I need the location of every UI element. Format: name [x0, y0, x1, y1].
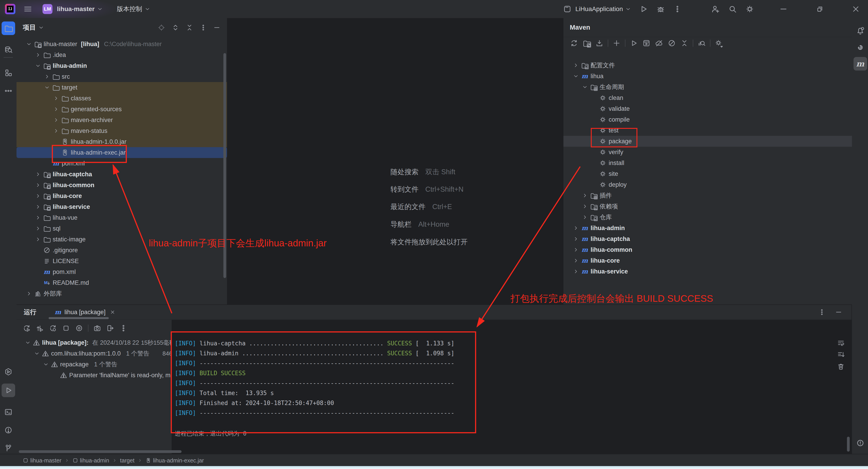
run-configuration-selector[interactable]: LiHuaApplication: [563, 4, 631, 13]
collapse-x-icon[interactable]: [680, 39, 689, 48]
tree-item-package[interactable]: package: [563, 136, 852, 147]
expand-all-icon[interactable]: [172, 24, 180, 32]
run-tree-item[interactable]: lihua [package]: 在 2024/10/18 2215秒155毫秒: [17, 337, 180, 348]
chev-d-icon[interactable]: [44, 85, 50, 90]
tree-item-site[interactable]: site: [563, 168, 852, 179]
run-button[interactable]: [639, 4, 648, 14]
close-tab-icon[interactable]: [110, 309, 116, 315]
chev-r-icon[interactable]: [582, 214, 588, 220]
chev-d-icon[interactable]: [35, 63, 41, 69]
chev-d-icon[interactable]: [25, 340, 31, 346]
soft-wrap-icon[interactable]: [837, 339, 845, 347]
collapse-all-icon[interactable]: [185, 24, 193, 32]
stripe-find-stack[interactable]: [2, 43, 15, 57]
chev-r-icon[interactable]: [35, 204, 41, 210]
tree-item-maven-archiver[interactable]: maven-archiver: [17, 115, 227, 125]
tree-item--[interactable]: 插件: [563, 190, 852, 201]
hide-panel-icon[interactable]: [213, 24, 221, 31]
stripe-notifications[interactable]: [854, 24, 867, 38]
tree-item--[interactable]: 生命周期: [563, 82, 852, 92]
tree-item-.idea[interactable]: .idea: [17, 50, 227, 60]
console-vertical-scrollbar[interactable]: [847, 437, 850, 451]
chev-r-icon[interactable]: [53, 128, 59, 134]
refresh-icon[interactable]: [570, 39, 578, 48]
tree-item-test[interactable]: test: [563, 125, 852, 136]
run-horizontal-scrollbar[interactable]: [19, 450, 182, 453]
chev-r-icon[interactable]: [53, 95, 59, 101]
chevron-down-icon[interactable]: [38, 25, 44, 31]
plus-icon[interactable]: [612, 39, 621, 48]
chev-r-icon[interactable]: [573, 225, 579, 231]
resume-dim-icon[interactable]: [49, 324, 57, 333]
cloud-off-icon[interactable]: [655, 39, 663, 48]
minimize-window-icon[interactable]: [779, 4, 788, 13]
tree-item-lihua-service[interactable]: mlihua-service: [563, 266, 852, 277]
tree-item-lihua-common[interactable]: mlihua-common: [563, 244, 852, 255]
run-green-icon[interactable]: [629, 39, 638, 48]
run-console[interactable]: [INFO] lihua-captcha ...................…: [172, 320, 851, 454]
chev-r-icon[interactable]: [582, 193, 588, 198]
stripe-services[interactable]: [2, 365, 15, 379]
chev-r-icon[interactable]: [573, 62, 579, 68]
chev-r-icon[interactable]: [53, 117, 59, 123]
stripe-run-play[interactable]: [2, 383, 15, 397]
stripe-update-widget[interactable]: [854, 436, 867, 450]
tree-item--[interactable]: 配置文件: [563, 60, 852, 71]
tree-item-compile[interactable]: compile: [563, 114, 852, 125]
chev-r-icon[interactable]: [35, 226, 41, 231]
chev-r-icon[interactable]: [35, 215, 41, 221]
tree-item-generated-sources[interactable]: generated-sources: [17, 104, 227, 115]
project-selector[interactable]: lihua-master: [57, 5, 103, 13]
rerun-up-icon[interactable]: [35, 324, 44, 333]
stripe-ai-assistant[interactable]: [854, 41, 867, 54]
select-opened-file-icon[interactable]: [157, 24, 165, 32]
mvn-run-icon[interactable]: [642, 39, 651, 48]
chev-r-icon[interactable]: [53, 106, 59, 112]
stripe-maven-tool[interactable]: m: [854, 57, 867, 70]
kebab-icon[interactable]: [119, 324, 128, 333]
tree-item--[interactable]: 外部库: [17, 288, 227, 299]
tree-item-pom.xml[interactable]: mpom.xml: [17, 267, 227, 277]
tree-item-lihua-service[interactable]: lihua-service: [17, 201, 227, 212]
profiles-icon[interactable]: [697, 39, 706, 48]
run-tree-item[interactable]: com.lihua:lihua:pom:1.0.0 1 个警告846毫秒: [17, 348, 189, 359]
tree-item-deploy[interactable]: deploy: [563, 179, 852, 190]
tree-item-LICENSE[interactable]: LICENSE: [17, 256, 227, 267]
chev-r-icon[interactable]: [35, 193, 41, 199]
chev-d-icon[interactable]: [26, 41, 32, 47]
chev-d-icon[interactable]: [573, 73, 579, 79]
breadcrumb-item[interactable]: target: [120, 457, 134, 464]
tree-item-target[interactable]: target: [17, 82, 227, 93]
run-tree-item[interactable]: repackage 1 个警告228毫秒: [17, 359, 198, 370]
tree-item-README.md[interactable]: MREADME.md: [17, 277, 227, 288]
tree-item-lihua-admin[interactable]: mlihua-admin: [563, 223, 852, 233]
tree-item-lihua[interactable]: mlihua: [563, 71, 852, 82]
tree-item-sql[interactable]: sql: [17, 223, 227, 234]
chev-d-icon[interactable]: [43, 362, 49, 367]
settings-icon[interactable]: [745, 4, 754, 14]
main-menu-icon[interactable]: [23, 4, 33, 14]
chev-r-icon[interactable]: [573, 247, 579, 253]
run-tab[interactable]: m lihua [package]: [54, 308, 116, 316]
exit-dim-icon[interactable]: [106, 324, 115, 333]
stripe-problems[interactable]: [2, 423, 15, 437]
chev-r-icon[interactable]: [582, 204, 588, 209]
search-everywhere-icon[interactable]: [728, 4, 737, 14]
chev-r-icon[interactable]: [573, 269, 579, 274]
tree-item-lihua-master[interactable]: lihua-master [lihua]C:\Code\lihua-master: [17, 39, 227, 50]
tree-item-maven-status[interactable]: maven-status: [17, 125, 227, 136]
tree-item-pom.xml[interactable]: mpom.xml: [17, 158, 227, 169]
run-panel-options-icon[interactable]: [818, 308, 826, 316]
chev-d-icon[interactable]: [582, 84, 588, 90]
chev-d-icon[interactable]: [34, 350, 40, 356]
project-avatar[interactable]: LM: [42, 4, 53, 14]
download-icon[interactable]: [595, 39, 604, 48]
tree-item-lihua-admin-exec.jar[interactable]: lihua-admin-exec.jar: [17, 147, 227, 158]
breadcrumb-item[interactable]: lihua-master: [23, 457, 62, 464]
tree-item-clean[interactable]: clean: [563, 92, 852, 103]
restore-window-icon[interactable]: [815, 4, 824, 13]
tree-item-lihua-common[interactable]: lihua-common: [17, 180, 227, 191]
target-o-icon[interactable]: [75, 324, 84, 333]
scroll-end-icon[interactable]: [837, 350, 845, 359]
tree-item-verify[interactable]: verify: [563, 147, 852, 158]
